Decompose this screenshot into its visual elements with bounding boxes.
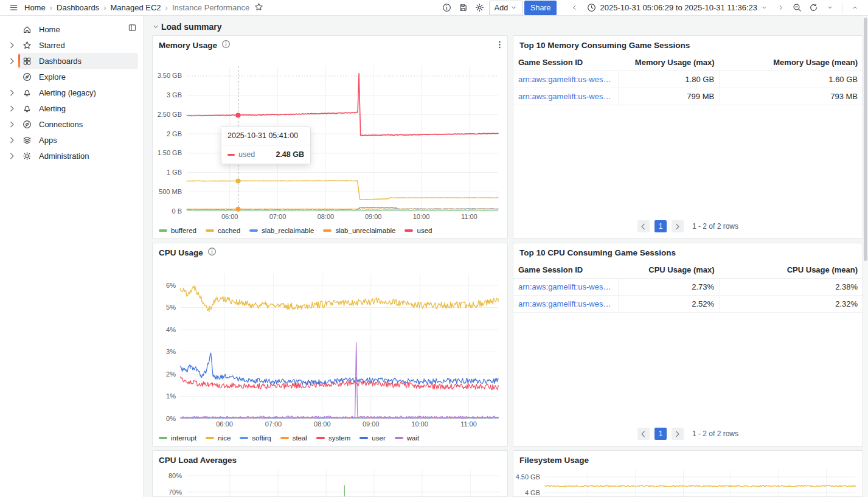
page-number-button[interactable]: 1 <box>654 220 667 232</box>
sidebar-item-body[interactable]: Administration <box>18 148 138 164</box>
svg-text:2%: 2% <box>166 370 176 378</box>
chevron-right-icon[interactable] <box>5 57 18 66</box>
prev-page-button[interactable] <box>637 428 650 440</box>
refresh-button[interactable] <box>806 1 821 15</box>
panel-title[interactable]: CPU Usage <box>159 248 203 257</box>
chevron-right-icon[interactable] <box>5 41 18 50</box>
zoom-out-button[interactable] <box>790 1 804 15</box>
prev-page-button[interactable] <box>637 220 650 232</box>
next-page-button[interactable] <box>672 428 684 440</box>
breadcrumb-item[interactable]: Home <box>24 3 46 12</box>
chevron-right-icon[interactable] <box>5 136 18 145</box>
sidebar-item-dashboards[interactable]: Dashboards <box>0 53 143 69</box>
sidebar-item-explore[interactable]: Explore <box>0 69 143 85</box>
legend-item-steal[interactable]: steal <box>280 434 307 442</box>
column-header[interactable]: Game Session ID <box>513 262 618 279</box>
chevron-right-icon[interactable] <box>5 88 18 97</box>
sidebar-item-apps[interactable]: Apps <box>0 132 143 148</box>
panel-title[interactable]: Memory Usage <box>159 41 217 50</box>
legend-item-system[interactable]: system <box>316 434 350 442</box>
sidebar-item-administration[interactable]: Administration <box>0 148 143 164</box>
breadcrumb-item[interactable]: Dashboards <box>46 3 99 12</box>
sidebar-item-body[interactable]: Home <box>18 21 138 37</box>
hamburger-icon <box>9 3 18 12</box>
collapse-topbar-button[interactable] <box>847 1 862 15</box>
chevron-right-icon[interactable] <box>5 120 18 129</box>
chart-legend: interruptnicesoftirqstealsystemuserwait <box>153 433 507 442</box>
legend-item-slab_unreclaimable[interactable]: slab_unreclaimable <box>323 227 395 234</box>
svg-text:0%: 0% <box>166 415 176 422</box>
next-page-button[interactable] <box>672 220 684 232</box>
svg-text:1 GB: 1 GB <box>167 169 182 176</box>
row-load-summary[interactable]: Load summary <box>152 19 863 34</box>
panel-info-button[interactable] <box>221 40 231 50</box>
svg-text:3 GB: 3 GB <box>167 91 182 99</box>
panel-title[interactable]: Top 10 CPU Consuming Game Sessions <box>519 248 676 257</box>
game-session-link[interactable]: arn:aws:gamelift:us-west-2:... <box>513 71 618 88</box>
sidebar-item-alerting[interactable]: Alerting <box>0 100 143 116</box>
column-header[interactable]: Memory Usage (mean) <box>720 54 863 71</box>
chevron-right-icon[interactable] <box>5 104 18 113</box>
svg-text:1.50 GB: 1.50 GB <box>158 149 182 156</box>
sidebar-item-starred[interactable]: Starred <box>0 37 143 53</box>
save-dashboard-button[interactable] <box>456 1 471 15</box>
game-session-link[interactable]: arn:aws:gamelift:us-west-2:... <box>513 279 618 296</box>
svg-text:10:00: 10:00 <box>413 213 430 220</box>
time-forward-button[interactable] <box>773 1 788 15</box>
panel-info-button[interactable] <box>207 247 217 258</box>
column-header[interactable]: Memory Usage (max) <box>618 54 719 71</box>
chevron-right-icon[interactable] <box>5 151 18 161</box>
breadcrumb-item[interactable]: Managed EC2 <box>99 3 161 12</box>
legend-item-interrupt[interactable]: interrupt <box>159 434 196 442</box>
scrollbar-thumb[interactable] <box>864 18 867 261</box>
panel-title[interactable]: Top 10 Memory Consuming Game Sessions <box>519 41 690 50</box>
dock-sidebar-button[interactable] <box>128 23 137 34</box>
refresh-interval-button[interactable] <box>822 1 837 15</box>
time-range-picker[interactable]: 2025-10-31 05:06:29 to 2025-10-31 11:36:… <box>583 1 771 15</box>
share-button[interactable]: Share <box>524 1 557 15</box>
legend-item-used[interactable]: used <box>404 227 432 234</box>
cpu-usage-chart[interactable]: 06:0007:0008:0009:0010:0011:006%5%4%3%2%… <box>153 262 507 433</box>
sidebar-item-body[interactable]: Explore <box>18 69 138 85</box>
dashboard-settings-button[interactable] <box>473 1 487 15</box>
sidebar-item-alerting-legacy[interactable]: Alerting (legacy) <box>0 85 143 100</box>
favorite-star-button[interactable] <box>254 2 263 13</box>
menu-icon[interactable] <box>6 1 21 15</box>
filesystem-usage-chart[interactable]: 4.50 GB4 GB <box>513 469 863 497</box>
sidebar-item-home[interactable]: Home <box>0 21 143 37</box>
dashboard-info-button[interactable] <box>440 1 454 15</box>
plug-icon <box>23 120 32 129</box>
sidebar-item-label: Apps <box>39 136 57 145</box>
column-header[interactable]: CPU Usage (max) <box>618 262 719 279</box>
legend-item-buffered[interactable]: buffered <box>159 227 196 234</box>
time-back-button[interactable] <box>567 1 582 15</box>
legend-item-cached[interactable]: cached <box>206 227 240 234</box>
legend-item-nice[interactable]: nice <box>206 434 231 442</box>
game-session-link[interactable]: arn:aws:gamelift:us-west-2:... <box>513 88 618 105</box>
sidebar-item-body[interactable]: Alerting <box>18 100 138 116</box>
game-session-link[interactable]: arn:aws:gamelift:us-west-2:... <box>513 296 618 313</box>
sidebar-item-body[interactable]: Alerting (legacy) <box>18 85 138 100</box>
sidebar-item-body[interactable]: Connections <box>18 116 138 132</box>
sidebar-item-body[interactable]: Dashboards <box>18 53 138 69</box>
panel-header: Filesystem Usage <box>513 451 863 469</box>
memory-usage-chart[interactable]: 06:0007:0008:0009:0010:0011:003.50 GB3 G… <box>153 54 507 225</box>
tooltip-row: used 2.48 GB <box>221 145 310 164</box>
scrollbar[interactable] <box>863 16 868 497</box>
sidebar-item-connections[interactable]: Connections <box>0 116 143 132</box>
column-header[interactable]: Game Session ID <box>513 54 618 71</box>
sidebar-item-body[interactable]: Apps <box>18 132 138 148</box>
add-button[interactable]: Add <box>489 1 523 15</box>
cpu-load-chart[interactable]: 80%70% <box>153 469 507 497</box>
legend-item-user[interactable]: user <box>359 434 385 442</box>
sidebar-item-body[interactable]: Starred <box>18 37 138 53</box>
panel-title[interactable]: CPU Load Averages <box>159 456 237 465</box>
legend-item-slab_reclaimable[interactable]: slab_reclaimable <box>249 227 314 234</box>
grid-icon <box>23 57 32 66</box>
page-number-button[interactable]: 1 <box>654 428 667 440</box>
legend-item-wait[interactable]: wait <box>395 434 419 442</box>
legend-item-softirq[interactable]: softirq <box>240 434 271 442</box>
panel-menu-button[interactable] <box>495 40 504 51</box>
column-header[interactable]: CPU Usage (mean) <box>720 262 863 279</box>
panel-title[interactable]: Filesystem Usage <box>519 456 589 465</box>
